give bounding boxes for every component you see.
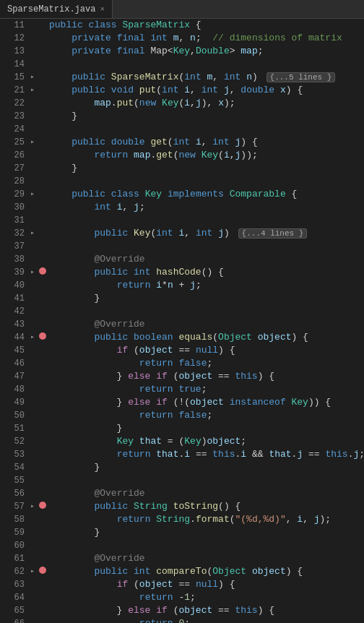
code-content: return i*n + j; [48, 279, 364, 292]
line-number: 29 [0, 188, 27, 201]
code-line: 57▸ public String toString() { [0, 500, 364, 513]
line-number: 13 [0, 45, 27, 58]
code-line: 61 @Override [0, 552, 364, 565]
code-content: public String toString() { [48, 500, 364, 513]
code-content: if (object == null) { [48, 344, 364, 357]
line-number: 42 [0, 305, 27, 318]
line-number: 46 [0, 357, 27, 370]
line-number: 30 [0, 201, 27, 214]
code-content: map.put(new Key(i,j), x); [48, 97, 364, 110]
code-content: public void put(int i, int j, double x) … [48, 84, 364, 97]
line-number: 45 [0, 344, 27, 357]
code-line: 60 [0, 539, 364, 552]
code-line: 42 [0, 305, 364, 318]
line-number: 12 [0, 32, 27, 45]
code-content: int i, j; [48, 201, 364, 214]
line-number: 56 [0, 487, 27, 500]
code-content: if (object == null) { [48, 578, 364, 591]
code-content: @Override [48, 552, 364, 565]
code-content: return false; [48, 357, 364, 370]
line-number: 62 [0, 565, 27, 578]
code-line: 26 return map.get(new Key(i,j)); [0, 149, 364, 162]
code-line: 13 private final Map<Key,Double> map; [0, 45, 364, 58]
line-number: 15 [0, 71, 27, 84]
code-content: public class Key implements Comparable { [48, 188, 364, 201]
line-number: 55 [0, 474, 27, 487]
line-number: 23 [0, 110, 27, 123]
code-line: 39▸ public int hashCode() { [0, 266, 364, 279]
line-number: 21 [0, 84, 27, 97]
code-line: 41 } [0, 292, 364, 305]
code-content: return that.i == this.i && that.j == thi… [48, 448, 364, 461]
line-number: 40 [0, 279, 27, 292]
code-line: 46 return false; [0, 357, 364, 370]
code-content: return false; [48, 409, 364, 422]
fold-icon[interactable]: ▸ [27, 500, 38, 513]
line-number: 37 [0, 240, 27, 253]
line-number: 53 [0, 448, 27, 461]
line-number: 38 [0, 253, 27, 266]
file-tab[interactable]: SparseMatrix.java × [0, 0, 113, 18]
fold-icon[interactable]: ▸ [27, 71, 38, 84]
code-content: } else if (object == this) { [48, 604, 364, 617]
code-line: 22 map.put(new Key(i,j), x); [0, 97, 364, 110]
code-content: public double get(int i, int j) { [48, 136, 364, 149]
line-number: 61 [0, 552, 27, 565]
code-line: 14 [0, 58, 364, 71]
code-line: 56 @Override [0, 487, 364, 500]
editor-window: SparseMatrix.java × 11public class Spars… [0, 0, 364, 623]
code-line: 55 [0, 474, 364, 487]
fold-icon[interactable]: ▸ [27, 188, 38, 201]
code-content: public SparseMatrix(int m, int n) {...5 … [48, 71, 364, 84]
code-line: 37 [0, 240, 364, 253]
line-number: 65 [0, 604, 27, 617]
line-number: 44 [0, 331, 27, 344]
code-line: 29▸ public class Key implements Comparab… [0, 188, 364, 201]
code-content: return -1; [48, 591, 364, 604]
code-content: public Key(int i, int j) {...4 lines } [48, 227, 364, 240]
fold-icon[interactable]: ▸ [27, 227, 38, 240]
breakpoint-indicator[interactable] [38, 266, 48, 279]
line-number: 57 [0, 500, 27, 513]
code-line: 43 @Override [0, 318, 364, 331]
breakpoint-indicator[interactable] [38, 331, 48, 344]
code-content: public class SparseMatrix { [48, 19, 364, 32]
line-number: 31 [0, 214, 27, 227]
fold-icon[interactable]: ▸ [27, 266, 38, 279]
code-line: 59 } [0, 526, 364, 539]
breakpoint-dot [39, 502, 46, 509]
code-line: 48 return true; [0, 383, 364, 396]
code-content: private final Map<Key,Double> map; [48, 45, 364, 58]
code-content: public int hashCode() { [48, 266, 364, 279]
code-content: return map.get(new Key(i,j)); [48, 149, 364, 162]
line-number: 52 [0, 435, 27, 448]
code-line: 53 return that.i == this.i && that.j == … [0, 448, 364, 461]
code-line: 21▸ public void put(int i, int j, double… [0, 84, 364, 97]
fold-icon[interactable]: ▸ [27, 84, 38, 97]
code-content: } else if (!(object instanceof Key)) { [48, 396, 364, 409]
code-line: 49 } else if (!(object instanceof Key)) … [0, 396, 364, 409]
code-content: } [48, 461, 364, 474]
code-line: 50 return false; [0, 409, 364, 422]
code-line: 65 } else if (object == this) { [0, 604, 364, 617]
code-line: 52 Key that = (Key)object; [0, 435, 364, 448]
tab-bar: SparseMatrix.java × [0, 0, 364, 19]
fold-icon[interactable]: ▸ [27, 136, 38, 149]
line-number: 60 [0, 539, 27, 552]
fold-icon[interactable]: ▸ [27, 565, 38, 578]
code-line: 31 [0, 214, 364, 227]
breakpoint-indicator[interactable] [38, 500, 48, 513]
code-content: } else if (object == this) { [48, 370, 364, 383]
breakpoint-indicator[interactable] [38, 565, 48, 578]
code-content: @Override [48, 487, 364, 500]
code-content: @Override [48, 253, 364, 266]
line-number: 54 [0, 461, 27, 474]
code-content: @Override [48, 318, 364, 331]
code-line: 23 } [0, 110, 364, 123]
code-line: 44▸ public boolean equals(Object object)… [0, 331, 364, 344]
fold-icon[interactable]: ▸ [27, 331, 38, 344]
code-line: 66 return 0; [0, 617, 364, 623]
code-line: 11public class SparseMatrix { [0, 19, 364, 32]
close-icon[interactable]: × [100, 5, 105, 14]
code-content: private final int m, n; // dimensions of… [48, 32, 364, 45]
